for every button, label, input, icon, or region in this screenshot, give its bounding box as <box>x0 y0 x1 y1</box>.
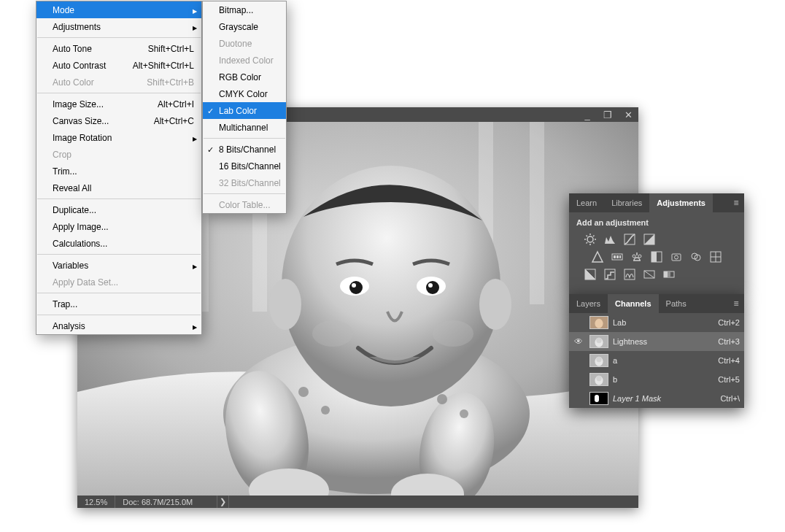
channel-row[interactable]: aCtrl+4 <box>569 351 744 370</box>
menu-item-label: Auto Color <box>53 77 94 88</box>
photo-filter-icon[interactable] <box>670 250 683 263</box>
image-menu-item[interactable]: Variables <box>36 257 201 274</box>
channels-panel: Layers Channels Paths ≡ LabCtrl+2👁Lightn… <box>569 294 744 408</box>
menu-item-label: CMYK Color <box>219 89 268 99</box>
image-menu-item[interactable]: Adjustments <box>36 18 201 35</box>
image-menu-item[interactable]: Trap... <box>36 296 201 312</box>
menu-item-label: Adjustments <box>53 22 101 32</box>
svg-rect-45 <box>672 254 681 261</box>
svg-point-21 <box>426 281 439 294</box>
bw-icon[interactable] <box>650 250 663 263</box>
channel-row[interactable]: Layer 1 MaskCtrl+\ <box>569 389 744 408</box>
image-menu-item[interactable]: Mode <box>36 1 201 18</box>
channel-shortcut: Ctrl+\ <box>720 394 740 403</box>
image-menu-item[interactable]: Image Size...Alt+Ctrl+I <box>36 96 201 112</box>
status-chevron-icon[interactable]: ❯ <box>217 496 229 508</box>
menu-item-label: Image Size... <box>53 99 104 109</box>
svg-point-11 <box>298 387 309 397</box>
svg-point-66 <box>596 356 601 361</box>
posterize-icon[interactable] <box>603 268 616 281</box>
svg-point-46 <box>675 255 678 259</box>
image-menu-item[interactable]: Calculations... <box>36 235 201 252</box>
channels-tabs: Layers Channels Paths ≡ <box>569 294 744 313</box>
tab-layers[interactable]: Layers <box>569 294 608 313</box>
image-menu-item[interactable]: Apply Image... <box>36 218 201 235</box>
tab-paths[interactable]: Paths <box>659 294 694 313</box>
vibrance-icon[interactable] <box>591 250 604 263</box>
close-button[interactable]: ✕ <box>618 107 638 122</box>
mode-menu-item[interactable]: ✓Lab Color <box>203 102 286 119</box>
brightness-icon[interactable] <box>584 233 597 246</box>
image-menu-item[interactable]: Auto ToneShift+Ctrl+L <box>36 40 201 57</box>
mode-menu-item[interactable]: RGB Color <box>203 69 286 85</box>
invert-icon[interactable] <box>584 268 597 281</box>
gradient-map-icon[interactable] <box>662 268 676 281</box>
channel-row[interactable]: 👁LightnessCtrl+3 <box>569 332 744 351</box>
tab-channels[interactable]: Channels <box>608 294 659 313</box>
image-menu-sep <box>37 293 201 293</box>
svg-point-24 <box>312 320 353 347</box>
maximize-button[interactable]: ❐ <box>598 107 618 122</box>
submenu-arrow-icon <box>193 134 197 142</box>
mode-menu-item[interactable]: Multichannel <box>203 119 286 136</box>
menu-item-label: 32 Bits/Channel <box>219 178 281 188</box>
image-menu-item[interactable]: Analysis <box>36 317 201 334</box>
menu-item-label: Reveal All <box>53 183 91 193</box>
menu-item-label: Mode <box>53 5 74 15</box>
tab-adjustments[interactable]: Adjustments <box>649 193 713 212</box>
menu-item-label: Duplicate... <box>53 205 96 215</box>
doc-size-readout[interactable]: Doc: 68.7M/215.0M <box>115 496 217 508</box>
image-menu-item[interactable]: Auto ContrastAlt+Shift+Ctrl+L <box>36 57 201 74</box>
mode-menu-item[interactable]: Bitmap... <box>203 1 286 18</box>
color-balance-icon[interactable] <box>630 250 643 263</box>
channel-mixer-icon[interactable] <box>689 250 703 263</box>
selective-color-icon[interactable] <box>643 268 656 281</box>
hue-icon[interactable] <box>611 250 624 263</box>
menu-item-label: Canvas Size... <box>53 116 109 126</box>
menu-item-label: Image Rotation <box>53 133 112 143</box>
image-menu-item[interactable]: Canvas Size...Alt+Ctrl+C <box>36 112 201 129</box>
menu-item-label: 8 Bits/Channel <box>219 144 276 155</box>
image-menu-item: Apply Data Set... <box>36 274 201 290</box>
channel-row[interactable]: bCtrl+5 <box>569 370 744 389</box>
svg-line-34 <box>587 242 588 244</box>
adj-row-2 <box>576 250 737 263</box>
mode-menu-item: Duotone <box>203 35 286 52</box>
image-menu: ModeAdjustmentsAuto ToneShift+Ctrl+LAuto… <box>36 1 202 335</box>
mode-menu-item: Color Table... <box>203 196 286 213</box>
menu-item-shortcut: Alt+Shift+Ctrl+L <box>118 61 194 71</box>
svg-rect-57 <box>664 271 668 277</box>
panel-menu-icon[interactable]: ≡ <box>728 294 744 313</box>
lookup-icon[interactable] <box>709 250 722 263</box>
zoom-readout[interactable]: 12.5% <box>77 496 115 508</box>
mode-menu-item[interactable]: 16 Bits/Channel <box>203 158 286 174</box>
image-menu-item[interactable]: Trim... <box>36 163 201 180</box>
visibility-eye-icon[interactable]: 👁 <box>572 336 585 347</box>
tab-learn[interactable]: Learn <box>569 193 604 212</box>
threshold-icon[interactable] <box>623 268 636 281</box>
svg-point-26 <box>587 236 593 242</box>
levels-icon[interactable] <box>603 233 616 246</box>
mode-menu-item[interactable]: CMYK Color <box>203 85 286 102</box>
svg-point-41 <box>633 255 635 258</box>
menu-item-label: Duotone <box>219 39 252 49</box>
image-menu-item[interactable]: Image Rotation <box>36 129 201 146</box>
image-menu-item[interactable]: Reveal All <box>36 180 201 196</box>
svg-line-33 <box>593 236 595 237</box>
mode-menu-item[interactable]: Grayscale <box>203 18 286 35</box>
menu-item-label: Analysis <box>53 321 85 331</box>
menu-item-label: Apply Data Set... <box>53 277 118 288</box>
channel-shortcut: Ctrl+3 <box>718 337 740 346</box>
svg-point-17 <box>479 279 511 330</box>
menu-item-shortcut: Shift+Ctrl+B <box>132 77 194 88</box>
minimize-button[interactable]: _ <box>577 107 598 122</box>
mode-menu-sep <box>204 138 285 139</box>
curves-icon[interactable] <box>623 233 636 246</box>
mode-menu-item[interactable]: ✓8 Bits/Channel <box>203 141 286 158</box>
image-menu-item[interactable]: Duplicate... <box>36 201 201 218</box>
channel-row[interactable]: LabCtrl+2 <box>569 313 744 332</box>
tab-libraries[interactable]: Libraries <box>604 193 649 212</box>
channel-shortcut: Ctrl+4 <box>718 356 740 365</box>
panel-menu-icon[interactable]: ≡ <box>728 193 744 212</box>
exposure-icon[interactable] <box>643 233 656 246</box>
